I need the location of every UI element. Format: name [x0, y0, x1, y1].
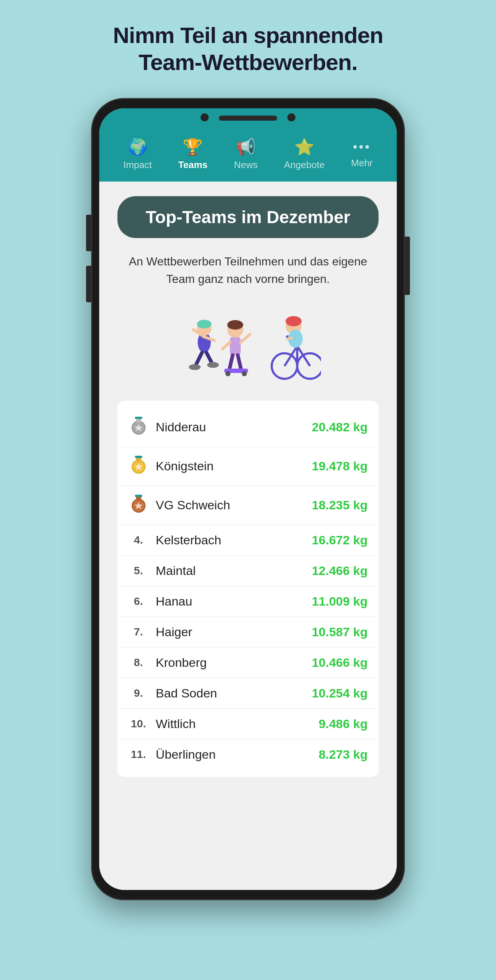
illustration [118, 302, 378, 382]
team-name-5: Maintal [156, 564, 305, 578]
svg-line-12 [241, 334, 250, 342]
svg-point-8 [207, 362, 219, 368]
trophy-icon: 🏆 [183, 137, 203, 156]
more-icon: ••• [352, 139, 371, 154]
app-content: Top-Teams im Dezember An Wettbewerben Te… [99, 181, 397, 890]
camera-right [287, 113, 295, 121]
svg-line-21 [284, 346, 297, 366]
svg-rect-33 [135, 417, 142, 419]
svg-point-11 [227, 320, 243, 329]
svg-line-22 [297, 346, 310, 366]
rank-6: 6. [128, 595, 148, 608]
svg-rect-37 [135, 456, 142, 458]
description-text: An Wettbewerben Teilnehmen und das eigen… [118, 253, 378, 288]
rank-5: 5. [128, 565, 148, 577]
tab-teams-label: Teams [179, 159, 207, 170]
svg-line-6 [206, 353, 212, 363]
leaderboard-row: 4. Kelsterbach 16.672 kg [118, 525, 378, 555]
phone-mockup: 🌍 Impact 🏆 Teams 📢 News ⭐ Angebote [91, 98, 405, 900]
rank-8: 8. [128, 656, 148, 669]
medal-bronze-icon [128, 494, 148, 517]
svg-line-13 [222, 342, 230, 349]
tab-teams[interactable]: 🏆 Teams [179, 137, 207, 170]
tab-angebote[interactable]: ⭐ Angebote [284, 137, 325, 170]
team-name-3: VG Schweich [156, 498, 305, 512]
team-name-9: Bad Soden [156, 686, 305, 700]
team-score-4: 16.672 kg [312, 533, 368, 547]
camera-left [201, 113, 209, 121]
team-name-10: Wittlich [156, 717, 311, 731]
leaderboard-row: 9. Bad Soden 10.254 kg [118, 678, 378, 709]
team-score-10: 9.486 kg [319, 717, 368, 731]
team-name-11: Überlingen [156, 748, 311, 762]
svg-line-14 [230, 355, 233, 368]
tab-news[interactable]: 📢 News [234, 137, 257, 170]
team-score-6: 11.009 kg [312, 594, 368, 608]
tab-mehr[interactable]: ••• Mehr [351, 139, 373, 169]
team-score-1: 20.482 kg [312, 420, 368, 434]
medal-gold-icon [128, 455, 148, 477]
leaderboard-row: Nidderau 20.482 kg [118, 408, 378, 447]
svg-rect-41 [135, 495, 142, 497]
team-score-9: 10.254 kg [312, 686, 368, 700]
leaderboard-row: 5. Maintal 12.466 kg [118, 555, 378, 586]
svg-line-29 [287, 338, 292, 339]
team-name-6: Hanau [156, 594, 305, 608]
tab-impact[interactable]: 🌍 Impact [123, 137, 152, 170]
svg-point-17 [225, 371, 231, 376]
svg-line-5 [196, 353, 202, 364]
team-score-2: 19.478 kg [312, 459, 368, 473]
nav-tabs: 🌍 Impact 🏆 Teams 📢 News ⭐ Angebote [110, 137, 386, 170]
leaderboard-row: 6. Hanau 11.009 kg [118, 586, 378, 617]
team-score-11: 8.273 kg [319, 748, 368, 762]
top-teams-banner: Top-Teams im Dezember [118, 196, 378, 238]
leaderboard-row: 8. Kronberg 10.466 kg [118, 648, 378, 678]
leaderboard-row: 10. Wittlich 9.486 kg [118, 709, 378, 740]
banner-text: Top-Teams im Dezember [145, 207, 350, 227]
leaderboard-row: VG Schweich 18.235 kg [118, 486, 378, 525]
svg-point-2 [197, 320, 212, 328]
svg-rect-9 [230, 337, 241, 355]
rank-4: 4. [128, 534, 148, 546]
globe-icon: 🌍 [128, 137, 148, 156]
tab-news-label: News [234, 159, 257, 170]
rank-11: 11. [128, 748, 148, 760]
leaderboard: Nidderau 20.482 kg [118, 401, 378, 777]
phone-speaker [219, 116, 277, 121]
svg-point-18 [242, 371, 247, 376]
tab-impact-label: Impact [123, 159, 152, 170]
power-button [405, 237, 410, 295]
phone-screen: 🌍 Impact 🏆 Teams 📢 News ⭐ Angebote [99, 108, 397, 890]
medal-silver-icon [128, 416, 148, 439]
rank-10: 10. [128, 718, 148, 730]
rank-7: 7. [128, 625, 148, 638]
svg-line-15 [238, 355, 241, 368]
team-name-8: Kronberg [156, 655, 305, 670]
svg-point-27 [285, 316, 301, 326]
team-name-4: Kelsterbach [156, 533, 305, 547]
leaderboard-row: 7. Haiger 10.587 kg [118, 617, 378, 648]
tab-mehr-label: Mehr [351, 158, 373, 169]
team-name-1: Nidderau [156, 420, 305, 434]
team-name-2: Königstein [156, 459, 305, 473]
star-icon: ⭐ [294, 137, 314, 156]
megaphone-icon: 📢 [236, 137, 256, 156]
rank-9: 9. [128, 687, 148, 699]
leaderboard-row: 11. Überlingen 8.273 kg [118, 740, 378, 770]
team-score-3: 18.235 kg [312, 498, 368, 512]
team-name-7: Haiger [156, 625, 305, 639]
svg-point-7 [189, 364, 201, 370]
team-score-5: 12.466 kg [312, 564, 368, 578]
volume-up-button [86, 215, 91, 251]
volume-down-button [86, 266, 91, 302]
tab-angebote-label: Angebote [284, 159, 325, 170]
page-title: Nimm Teil an spannenden Team-Wettbewerbe… [113, 22, 383, 76]
leaderboard-row: Königstein 19.478 kg [118, 447, 378, 486]
team-score-7: 10.587 kg [312, 625, 368, 639]
team-score-8: 10.466 kg [312, 655, 368, 670]
